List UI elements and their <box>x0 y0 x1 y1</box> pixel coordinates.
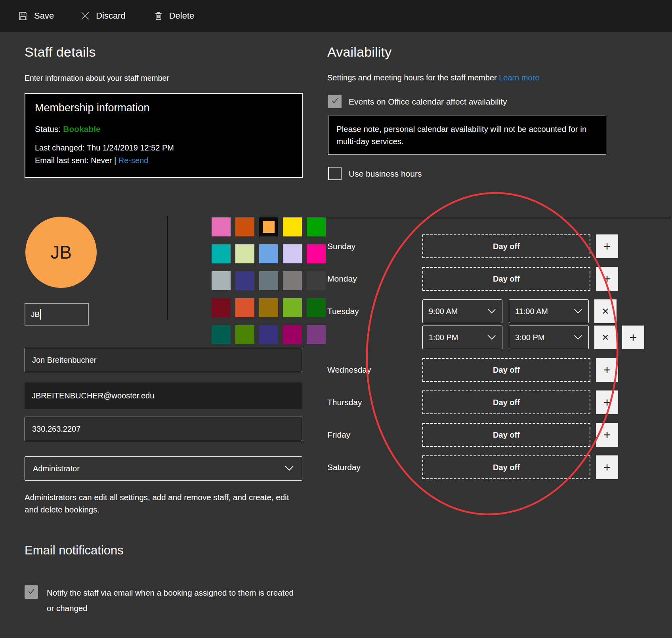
color-swatch[interactable] <box>283 298 302 317</box>
email-last-sent-label: Email last sent: Never | <box>35 156 116 165</box>
save-button[interactable]: Save <box>18 11 54 21</box>
remove-slot-button[interactable]: ✕ <box>594 299 617 323</box>
learn-more-link[interactable]: Learn more <box>499 73 539 82</box>
add-hours-button[interactable]: + <box>596 455 618 479</box>
day-off-button[interactable]: Day off <box>422 455 590 479</box>
color-swatch[interactable] <box>259 217 278 236</box>
color-swatch[interactable] <box>212 244 231 263</box>
color-swatch[interactable] <box>259 271 278 290</box>
day-label: Sunday <box>327 234 422 258</box>
start-time-value: 9:00 AM <box>429 307 458 316</box>
add-hours-button[interactable]: + <box>596 358 618 382</box>
role-value: Administrator <box>33 464 80 473</box>
membership-title: Membership information <box>35 102 292 114</box>
email-notifications-title: Email notifications <box>25 543 124 558</box>
email-field[interactable] <box>25 383 302 409</box>
day-off-button[interactable]: Day off <box>422 267 590 291</box>
end-time-select[interactable]: 3:00 PM <box>509 326 589 349</box>
day-off-button[interactable]: Day off <box>422 234 590 258</box>
day-off-button[interactable]: Day off <box>422 423 590 447</box>
add-hours-button[interactable]: + <box>596 267 618 291</box>
text-caret <box>40 309 41 320</box>
status-label: Status: <box>35 124 61 133</box>
color-swatch[interactable] <box>235 271 254 290</box>
color-swatch[interactable] <box>212 271 231 290</box>
add-hours-button[interactable]: + <box>596 390 618 414</box>
plus-icon: + <box>603 428 611 442</box>
availability-subtitle: Settings and meeting hours for the staff… <box>327 73 539 82</box>
day-off-button[interactable]: Day off <box>422 390 590 414</box>
plus-icon: + <box>603 363 611 377</box>
chevron-down-icon <box>284 464 294 473</box>
discard-button[interactable]: Discard <box>80 11 126 21</box>
schedule-separator <box>328 218 670 218</box>
color-swatch[interactable] <box>283 217 302 236</box>
day-label: Wednesday <box>327 358 422 382</box>
color-swatch[interactable] <box>307 298 326 317</box>
notify-checkbox[interactable] <box>25 585 38 599</box>
tuesday-slots: 9:00 AM 11:00 AM ✕ 1:00 PM 3:00 <box>422 299 644 349</box>
plus-icon: + <box>603 272 611 286</box>
membership-information-panel: Membership information Status: Bookable … <box>25 93 303 178</box>
color-swatch[interactable] <box>212 217 231 236</box>
schedule-row-saturday: Saturday Day off + <box>327 455 644 479</box>
add-hours-button[interactable]: + <box>596 234 618 258</box>
color-swatch[interactable] <box>307 271 326 290</box>
color-palette <box>212 217 326 344</box>
delete-button[interactable]: Delete <box>153 11 195 21</box>
notify-label: Notify the staff via email when a bookin… <box>47 585 300 616</box>
start-time-select[interactable]: 9:00 AM <box>422 299 502 323</box>
staff-details-title: Staff details <box>25 44 96 60</box>
schedule-row-friday: Friday Day off + <box>327 423 644 447</box>
remove-slot-button[interactable]: ✕ <box>594 326 617 349</box>
color-swatch[interactable] <box>307 244 326 263</box>
color-swatch[interactable] <box>283 271 302 290</box>
business-hours-checkbox[interactable] <box>328 167 342 180</box>
color-swatch[interactable] <box>212 298 231 317</box>
day-label: Monday <box>327 267 422 291</box>
role-select[interactable]: Administrator <box>25 456 302 481</box>
color-swatch[interactable] <box>283 325 302 344</box>
resend-link[interactable]: Re-send <box>118 156 149 165</box>
staff-details-page: Save Discard Delete Staff details Enter … <box>0 0 672 638</box>
office-calendar-checkbox[interactable] <box>328 95 342 108</box>
add-slot-button[interactable]: + <box>622 326 644 349</box>
color-swatch[interactable] <box>259 244 278 263</box>
color-swatch[interactable] <box>235 217 254 236</box>
chevron-down-icon <box>487 307 496 316</box>
role-description: Administrators can edit all settings, ad… <box>25 491 302 516</box>
color-swatch[interactable] <box>212 325 231 344</box>
name-input[interactable] <box>25 348 302 372</box>
membership-last-changed: Last changed: Thu 1/24/2019 12:52 PM <box>35 143 292 152</box>
trash-icon <box>153 11 164 21</box>
color-swatch[interactable] <box>307 217 326 236</box>
day-label: Tuesday <box>327 299 422 349</box>
initials-input[interactable]: JB <box>25 303 89 326</box>
avatar-palette-divider <box>167 216 168 320</box>
plus-icon: + <box>603 239 611 254</box>
phone-input[interactable] <box>25 417 302 441</box>
save-icon <box>18 11 29 21</box>
color-swatch[interactable] <box>307 325 326 344</box>
color-swatch[interactable] <box>259 298 278 317</box>
color-swatch[interactable] <box>283 244 302 263</box>
add-hours-button[interactable]: + <box>596 423 618 447</box>
schedule-row-wednesday: Wednesday Day off + <box>327 358 644 382</box>
staff-details-subtitle: Enter information about your staff membe… <box>25 74 169 83</box>
schedule-row-sunday: Sunday Day off + <box>327 234 644 258</box>
color-swatch[interactable] <box>235 298 254 317</box>
time-slot-row: 9:00 AM 11:00 AM ✕ <box>422 299 644 323</box>
start-time-select[interactable]: 1:00 PM <box>422 326 502 349</box>
color-swatch[interactable] <box>259 325 278 344</box>
schedule-row-tuesday: Tuesday 9:00 AM 11:00 AM ✕ 1:00 PM <box>327 299 644 349</box>
avatar: JB <box>25 217 97 288</box>
avatar-initials: JB <box>50 242 72 263</box>
day-label: Friday <box>327 423 422 447</box>
plus-icon: + <box>630 330 637 345</box>
end-time-select[interactable]: 11:00 AM <box>509 299 589 323</box>
day-off-button[interactable]: Day off <box>422 358 590 382</box>
color-swatch[interactable] <box>235 244 254 263</box>
color-swatch[interactable] <box>235 325 254 344</box>
day-label: Saturday <box>327 455 422 479</box>
multi-day-note: Please note, personal calendar availabil… <box>328 116 606 155</box>
